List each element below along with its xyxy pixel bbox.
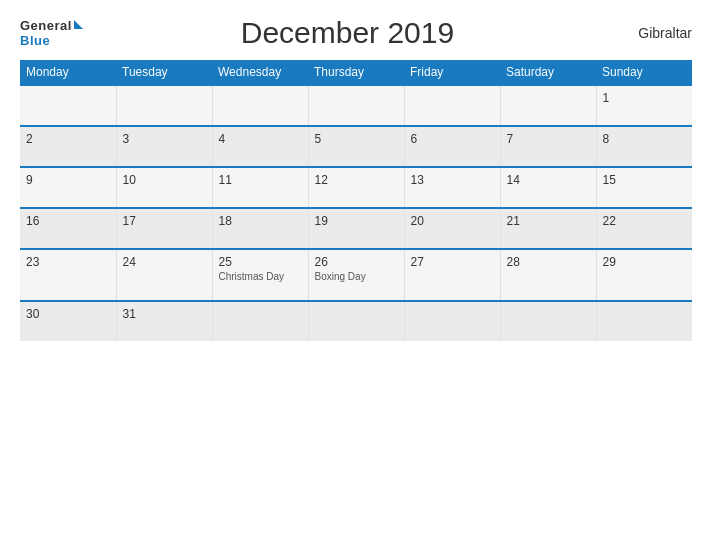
calendar-cell (596, 301, 692, 341)
calendar-cell: 26Boxing Day (308, 249, 404, 301)
calendar-cell: 7 (500, 126, 596, 167)
day-number: 5 (315, 132, 398, 146)
calendar-cell: 13 (404, 167, 500, 208)
calendar-cell: 12 (308, 167, 404, 208)
calendar-cell: 8 (596, 126, 692, 167)
calendar-cell: 18 (212, 208, 308, 249)
month-title: December 2019 (83, 16, 612, 50)
logo-general-text: General (20, 18, 72, 33)
calendar-cell: 9 (20, 167, 116, 208)
day-number: 27 (411, 255, 494, 269)
calendar-week-row: 16171819202122 (20, 208, 692, 249)
day-number: 26 (315, 255, 398, 269)
day-number: 24 (123, 255, 206, 269)
calendar-cell (308, 301, 404, 341)
calendar-cell: 16 (20, 208, 116, 249)
day-number: 22 (603, 214, 687, 228)
weekday-header: Friday (404, 60, 500, 85)
logo-triangle-icon (74, 20, 83, 29)
calendar-cell: 25Christmas Day (212, 249, 308, 301)
day-number: 19 (315, 214, 398, 228)
calendar-week-row: 1 (20, 85, 692, 126)
day-number: 12 (315, 173, 398, 187)
calendar-body: 1234567891011121314151617181920212223242… (20, 85, 692, 341)
day-number: 20 (411, 214, 494, 228)
day-number: 10 (123, 173, 206, 187)
calendar-cell: 20 (404, 208, 500, 249)
day-number: 4 (219, 132, 302, 146)
calendar-cell (20, 85, 116, 126)
calendar-cell: 23 (20, 249, 116, 301)
calendar-cell: 14 (500, 167, 596, 208)
weekday-header: Tuesday (116, 60, 212, 85)
country-label: Gibraltar (612, 25, 692, 41)
calendar-cell: 17 (116, 208, 212, 249)
day-number: 14 (507, 173, 590, 187)
calendar-cell: 5 (308, 126, 404, 167)
calendar-cell: 22 (596, 208, 692, 249)
day-number: 6 (411, 132, 494, 146)
calendar-cell: 3 (116, 126, 212, 167)
calendar-cell: 27 (404, 249, 500, 301)
weekday-header: Monday (20, 60, 116, 85)
calendar-header: MondayTuesdayWednesdayThursdayFridaySatu… (20, 60, 692, 85)
logo: General Blue (20, 18, 83, 48)
calendar-cell: 1 (596, 85, 692, 126)
holiday-label: Boxing Day (315, 271, 398, 282)
calendar-cell: 19 (308, 208, 404, 249)
day-number: 7 (507, 132, 590, 146)
calendar-week-row: 2345678 (20, 126, 692, 167)
holiday-label: Christmas Day (219, 271, 302, 282)
day-number: 17 (123, 214, 206, 228)
day-number: 29 (603, 255, 687, 269)
weekday-header-row: MondayTuesdayWednesdayThursdayFridaySatu… (20, 60, 692, 85)
day-number: 8 (603, 132, 687, 146)
calendar-week-row: 9101112131415 (20, 167, 692, 208)
weekday-header: Thursday (308, 60, 404, 85)
day-number: 3 (123, 132, 206, 146)
calendar-cell (500, 85, 596, 126)
calendar-cell: 30 (20, 301, 116, 341)
calendar-cell: 31 (116, 301, 212, 341)
calendar-cell: 28 (500, 249, 596, 301)
calendar-cell: 21 (500, 208, 596, 249)
calendar-cell (116, 85, 212, 126)
weekday-header: Sunday (596, 60, 692, 85)
calendar-cell (212, 85, 308, 126)
day-number: 1 (603, 91, 687, 105)
logo-blue-text: Blue (20, 33, 50, 48)
calendar-cell: 15 (596, 167, 692, 208)
day-number: 28 (507, 255, 590, 269)
day-number: 18 (219, 214, 302, 228)
calendar-week-row: 3031 (20, 301, 692, 341)
day-number: 2 (26, 132, 110, 146)
day-number: 11 (219, 173, 302, 187)
weekday-header: Wednesday (212, 60, 308, 85)
calendar-cell (212, 301, 308, 341)
calendar-table: MondayTuesdayWednesdayThursdayFridaySatu… (20, 60, 692, 341)
day-number: 30 (26, 307, 110, 321)
calendar-cell (404, 301, 500, 341)
calendar-cell: 6 (404, 126, 500, 167)
calendar-week-row: 232425Christmas Day26Boxing Day272829 (20, 249, 692, 301)
day-number: 9 (26, 173, 110, 187)
weekday-header: Saturday (500, 60, 596, 85)
day-number: 23 (26, 255, 110, 269)
calendar-cell (404, 85, 500, 126)
day-number: 21 (507, 214, 590, 228)
day-number: 25 (219, 255, 302, 269)
calendar-cell: 2 (20, 126, 116, 167)
calendar-cell: 4 (212, 126, 308, 167)
calendar-cell: 29 (596, 249, 692, 301)
day-number: 16 (26, 214, 110, 228)
calendar-cell: 24 (116, 249, 212, 301)
day-number: 13 (411, 173, 494, 187)
calendar-cell (500, 301, 596, 341)
calendar-cell (308, 85, 404, 126)
header: General Blue December 2019 Gibraltar (20, 16, 692, 50)
calendar-page: General Blue December 2019 Gibraltar Mon… (0, 0, 712, 550)
day-number: 31 (123, 307, 206, 321)
calendar-cell: 11 (212, 167, 308, 208)
calendar-cell: 10 (116, 167, 212, 208)
day-number: 15 (603, 173, 687, 187)
